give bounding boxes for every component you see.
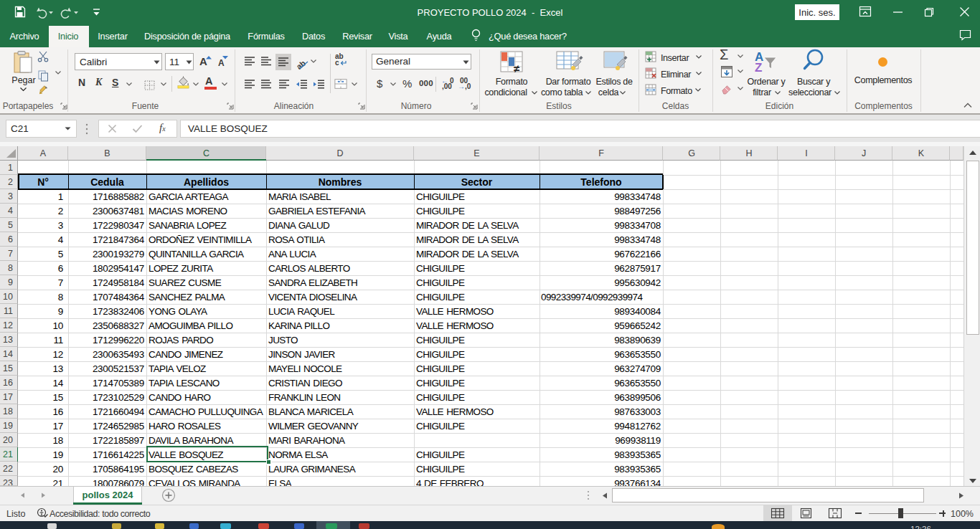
svg-text:c: c xyxy=(335,59,339,67)
svg-text:≠: ≠ xyxy=(514,62,520,75)
svg-text:ab: ab xyxy=(295,59,308,72)
svg-text:Z: Z xyxy=(755,61,762,75)
